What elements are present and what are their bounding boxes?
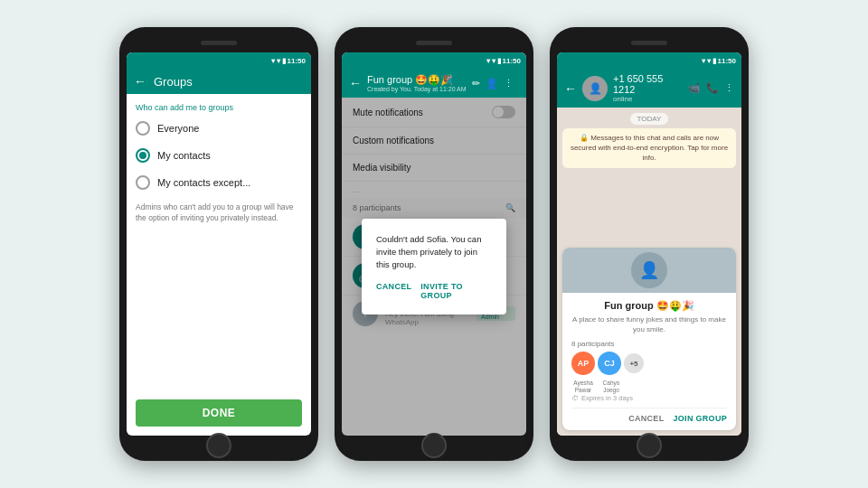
group-info: Fun group 🤩🤑🎉 Created by You. Today at 1…	[367, 74, 467, 92]
radio-inner-mycontacts	[139, 152, 146, 159]
plus-badge: +5	[624, 353, 644, 373]
avatar-ap: AP	[571, 352, 595, 375]
time-2: 11:50	[503, 57, 521, 65]
avatar-name-cj: Cahyo Joego	[599, 380, 623, 394]
groups-title: Groups	[154, 75, 304, 89]
back-button-2[interactable]: ←	[349, 76, 362, 90]
status-icons-3: ▾ ▾ ▮ 11:50	[702, 57, 736, 65]
avatar-cj: CJ	[598, 352, 621, 375]
contact-number: +1 650 555 1212	[613, 73, 683, 95]
status-icons-1: ▾ ▾ ▮ 11:50	[271, 57, 306, 65]
radio-outer-mycontacts	[136, 148, 150, 163]
groups-content: Who can add me to groups Everyone My con…	[127, 94, 311, 390]
invite-actions: CANCEL JOIN GROUP	[571, 408, 727, 423]
groups-note: Admins who can't add you to a group will…	[136, 202, 302, 224]
radio-label-everyone: Everyone	[157, 123, 199, 134]
speaker-3	[631, 41, 667, 45]
invite-cancel-btn[interactable]: CANCEL	[628, 414, 664, 423]
group-sub: Created by You. Today at 11:20 AM	[367, 86, 467, 92]
call-icon[interactable]: 📞	[706, 82, 719, 94]
signal-icon-2: ▾	[486, 57, 490, 65]
phone-top-bar-2	[342, 36, 526, 49]
battery-icon-2: ▮	[497, 57, 501, 65]
invite-participants-count: 8 participants	[571, 340, 727, 348]
dialog-text: Couldn't add Sofia. You can invite them …	[376, 233, 492, 272]
chat-header: ← 👤 +1 650 555 1212 online 📹 📞 ⋮	[557, 69, 741, 108]
status-bar-1: ▾ ▾ ▮ 11:50	[127, 52, 311, 69]
phone-bottom-3	[557, 439, 741, 452]
back-button-1[interactable]: ←	[134, 74, 146, 89]
edit-icon[interactable]: ✏	[472, 78, 480, 89]
contact-status: online	[613, 95, 683, 103]
speaker-2	[416, 41, 452, 45]
encryption-notice[interactable]: 🔒 Messages to this chat and calls are no…	[562, 128, 736, 168]
dialog-box: Couldn't add Sofia. You can invite them …	[362, 219, 506, 315]
phone-top-bar-1	[127, 36, 311, 49]
back-button-3[interactable]: ←	[564, 81, 577, 96]
signal-icon-3: ▾	[702, 57, 705, 65]
screen-3: ▾ ▾ ▮ 11:50 ← 👤 +1 650 555 1212 online 📹…	[557, 52, 741, 436]
screen-1: ▾ ▾ ▮ 11:50 ← Groups Who can add me to g…	[127, 52, 311, 436]
chat-date-label: TODAY	[630, 113, 669, 125]
time-3: 11:50	[718, 57, 736, 65]
clock-icon: ⏱	[571, 394, 579, 402]
add-person-icon[interactable]: 👤	[486, 78, 498, 89]
battery-icon-3: ▮	[712, 57, 716, 65]
invite-group-desc: A place to share funny jokes and things …	[571, 314, 727, 334]
invite-card-header: 👤	[562, 248, 736, 293]
phone-top-bar-3	[557, 36, 741, 49]
radio-label-mycontacts: My contacts	[157, 150, 211, 161]
groups-header: ← Groups	[127, 69, 311, 94]
screen-2: ▾ ▾ ▮ 11:50 ← Fun group 🤩🤑🎉 Created by Y…	[342, 52, 526, 436]
dialog-cancel-btn[interactable]: CANCEL	[376, 282, 411, 300]
radio-mycontactsexcept[interactable]: My contacts except...	[136, 175, 302, 190]
speaker-1	[201, 41, 237, 45]
home-button-3[interactable]	[637, 433, 662, 458]
group-name: Fun group 🤩🤑🎉	[367, 74, 467, 86]
contact-avatar: 👤	[582, 76, 608, 101]
more-icon-3[interactable]: ⋮	[724, 82, 734, 94]
video-call-icon[interactable]: 📹	[688, 82, 701, 94]
phone-bottom-1	[127, 439, 311, 452]
radio-outer-except	[136, 175, 150, 190]
expiry-text: Expires in 3 days	[581, 394, 633, 402]
invite-group-name: Fun group 🤩🤑🎉	[571, 300, 727, 312]
chat-header-icons: 📹 📞 ⋮	[688, 82, 734, 94]
home-button-2[interactable]	[421, 433, 447, 458]
signal-icon-1: ▾	[271, 57, 275, 65]
radio-mycontacts[interactable]: My contacts	[136, 148, 302, 163]
phone-3: ▾ ▾ ▮ 11:50 ← 👤 +1 650 555 1212 online 📹…	[550, 27, 749, 461]
menu-list: Mute notifications Custom notifications …	[342, 98, 526, 436]
group-invite-card: 👤 Fun group 🤩🤑🎉 A place to share funny j…	[562, 248, 736, 430]
dialog-invite-btn[interactable]: INVITE TO GROUP	[420, 282, 492, 300]
battery-icon-1: ▮	[282, 57, 286, 65]
avatar-names-row: Ayesha Pawar Cahyo Joego	[571, 380, 727, 394]
chat-body: TODAY 🔒 Messages to this chat and calls …	[557, 108, 741, 436]
join-group-btn[interactable]: JOIN GROUP	[673, 414, 727, 423]
avatar-name-ap: Ayesha Pawar	[571, 380, 595, 394]
wifi-icon-1: ▾	[277, 57, 280, 65]
wifi-icon-3: ▾	[707, 57, 711, 65]
group-header-icons: ✏ 👤 ⋮	[472, 78, 514, 89]
radio-everyone[interactable]: Everyone	[136, 121, 302, 136]
done-button[interactable]: DONE	[136, 399, 302, 427]
wifi-icon-2: ▾	[492, 57, 495, 65]
radio-outer-everyone	[136, 121, 150, 136]
invite-expiry: ⏱ Expires in 3 days	[571, 394, 727, 402]
dialog-actions: CANCEL INVITE TO GROUP	[376, 282, 492, 300]
invite-avatars-row: AP CJ +5	[571, 352, 727, 375]
status-bar-3: ▾ ▾ ▮ 11:50	[557, 52, 741, 69]
chat-header-info: +1 650 555 1212 online	[613, 73, 683, 103]
invite-card-body: Fun group 🤩🤑🎉 A place to share funny jok…	[562, 293, 736, 430]
phone-2: ▾ ▾ ▮ 11:50 ← Fun group 🤩🤑🎉 Created by Y…	[335, 27, 533, 461]
more-icon-2[interactable]: ⋮	[504, 78, 514, 89]
group-header-row: ← Fun group 🤩🤑🎉 Created by You. Today at…	[349, 74, 519, 92]
status-bar-2: ▾ ▾ ▮ 11:50	[342, 52, 526, 69]
radio-label-except: My contacts except...	[157, 177, 250, 188]
phone-bottom-2	[342, 439, 526, 452]
status-icons-2: ▾ ▾ ▮ 11:50	[486, 57, 521, 65]
time-1: 11:50	[288, 57, 306, 65]
home-button-1[interactable]	[206, 433, 231, 458]
phone-1: ▾ ▾ ▮ 11:50 ← Groups Who can add me to g…	[119, 27, 318, 461]
dialog-overlay: Couldn't add Sofia. You can invite them …	[342, 98, 526, 436]
